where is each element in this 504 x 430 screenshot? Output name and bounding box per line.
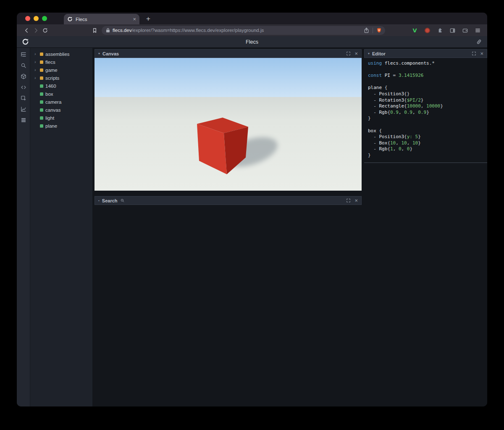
tool-sidebar	[17, 48, 30, 406]
code-line: - Position3{}	[368, 91, 483, 97]
tree-item-label: game	[45, 68, 58, 73]
code-line: - Rgb{0.9, 0.9, 0.9}	[368, 110, 483, 116]
extension-v-icon[interactable]: V	[410, 26, 419, 35]
editor-code[interactable]: using flecs.components.* const PI = 3.14…	[364, 58, 487, 163]
editor-column: ▾ Editor × using flecs.components.* cons…	[364, 49, 487, 406]
expander-icon[interactable]: ›	[34, 68, 38, 72]
script-editor-icon[interactable]	[19, 84, 28, 91]
code-line: using flecs.components.*	[368, 60, 483, 67]
collapse-chevron-icon[interactable]: ▾	[98, 52, 100, 55]
back-button[interactable]	[22, 26, 31, 35]
url-actions	[364, 27, 382, 33]
share-icon[interactable]	[364, 27, 369, 33]
3d-scene	[94, 58, 362, 191]
close-icon[interactable]: ×	[354, 198, 358, 203]
canvas-panel-actions: ×	[346, 51, 358, 56]
share-link-icon[interactable]	[476, 39, 482, 45]
url-path: /explorer/?wasm=https://www.flecs.dev/ex…	[131, 28, 264, 33]
tree-item-1460[interactable]: 1460	[30, 82, 92, 90]
tree-item-game[interactable]: ›game	[30, 66, 92, 74]
module-icon	[40, 60, 43, 64]
search-panel-title: Search	[102, 198, 118, 203]
tree-item-label: flecs	[45, 60, 55, 65]
extension-red-icon[interactable]	[423, 26, 432, 35]
entity-icon	[40, 124, 43, 128]
expander-icon[interactable]: ›	[34, 52, 38, 56]
tree-item-camera[interactable]: camera	[30, 98, 92, 106]
tab-flecs[interactable]: Flecs ×	[64, 14, 139, 24]
tree-item-label: camera	[45, 100, 61, 105]
tree-item-light[interactable]: light	[30, 114, 92, 122]
editor-panel-actions: ×	[472, 51, 483, 56]
window-controls	[17, 13, 53, 24]
entity-icon	[40, 92, 43, 96]
module-icon	[40, 52, 43, 56]
code-line	[368, 67, 483, 73]
code-line: }	[368, 152, 483, 159]
queries-list-icon[interactable]	[19, 117, 28, 123]
app-header: Flecs	[17, 36, 487, 48]
tab-close-icon[interactable]: ×	[133, 16, 136, 22]
extension-icons: V	[410, 26, 482, 35]
new-tab-button[interactable]: +	[144, 15, 153, 23]
browser-toolbar: flecs.dev/explorer/?wasm=https://www.fle…	[17, 24, 487, 36]
zoom-window-button[interactable]	[42, 16, 47, 21]
close-icon[interactable]: ×	[480, 51, 483, 56]
tree-item-box[interactable]: box	[30, 90, 92, 98]
code-line: const PI = 3.1415926	[368, 73, 483, 79]
sidebar-toggle-icon[interactable]	[448, 26, 457, 35]
browser-window: Flecs × + flecs.dev/explorer/?wasm	[17, 13, 487, 406]
code-line: - Rgb{1, 0, 0}	[368, 146, 483, 152]
url-bar[interactable]: flecs.dev/explorer/?wasm=https://www.fle…	[102, 26, 385, 35]
menu-icon[interactable]	[473, 26, 482, 35]
lock-icon	[106, 28, 110, 33]
fullscreen-icon[interactable]	[346, 51, 351, 56]
brave-shield-icon[interactable]	[376, 27, 382, 33]
editor-panel-header[interactable]: ▾ Editor ×	[364, 49, 487, 58]
flecs-favicon	[67, 16, 73, 22]
minimize-window-button[interactable]	[34, 16, 39, 21]
code-line: - Rectangle{10000, 10000}	[368, 103, 483, 110]
url-text: flecs.dev/explorer/?wasm=https://www.fle…	[113, 28, 360, 33]
entity-tree-icon[interactable]	[19, 51, 28, 58]
fullscreen-icon[interactable]	[346, 198, 351, 203]
expander-icon[interactable]: ›	[34, 60, 38, 64]
code-line: - Position3{y: 5}	[368, 134, 483, 140]
reload-button[interactable]	[40, 26, 50, 35]
url-domain: flecs.dev	[113, 28, 131, 33]
tree-item-scripts[interactable]: ›scripts	[30, 74, 92, 82]
tree-item-assemblies[interactable]: ›assemblies	[30, 50, 92, 58]
tree-item-canvas[interactable]: canvas	[30, 106, 92, 114]
forward-button[interactable]	[31, 26, 40, 35]
fullscreen-icon[interactable]	[472, 51, 476, 56]
entity-icon	[40, 84, 43, 88]
bookmark-icon[interactable]	[90, 26, 99, 35]
search-icon	[120, 197, 125, 205]
close-window-button[interactable]	[25, 16, 30, 21]
close-icon[interactable]: ×	[354, 51, 358, 56]
inspector-icon[interactable]	[19, 95, 28, 102]
code-line: box {	[368, 128, 483, 134]
stats-chart-icon[interactable]	[19, 106, 28, 113]
search-panel-actions: ×	[346, 198, 358, 203]
expander-icon[interactable]: ›	[34, 76, 38, 80]
tree-item-flecs[interactable]: ›flecs	[30, 58, 92, 66]
search-panel-header[interactable]: • Search ×	[94, 196, 362, 205]
canvas-column: ▾ Canvas ×	[94, 49, 362, 406]
flecs-explorer-page: Flecs	[17, 36, 487, 406]
canvas-cube-icon[interactable]	[19, 73, 28, 80]
collapse-chevron-icon[interactable]: ▾	[368, 52, 370, 55]
main-layout: ›assemblies›flecs›game›scripts1460boxcam…	[17, 48, 487, 406]
tree-item-plane[interactable]: plane	[30, 122, 92, 130]
extensions-puzzle-icon[interactable]	[436, 26, 444, 35]
canvas-panel-header[interactable]: ▾ Canvas ×	[94, 49, 362, 58]
url-bar-divider	[373, 28, 373, 33]
wallet-icon[interactable]	[461, 26, 470, 35]
collapse-chevron-icon[interactable]: •	[98, 199, 100, 202]
tree-item-label: canvas	[45, 108, 60, 113]
flecs-logo-icon[interactable]	[22, 38, 29, 45]
search-tool-icon[interactable]	[19, 62, 28, 69]
tree-item-label: light	[45, 115, 54, 121]
3d-canvas[interactable]	[94, 58, 362, 191]
tab-title: Flecs	[76, 17, 130, 22]
